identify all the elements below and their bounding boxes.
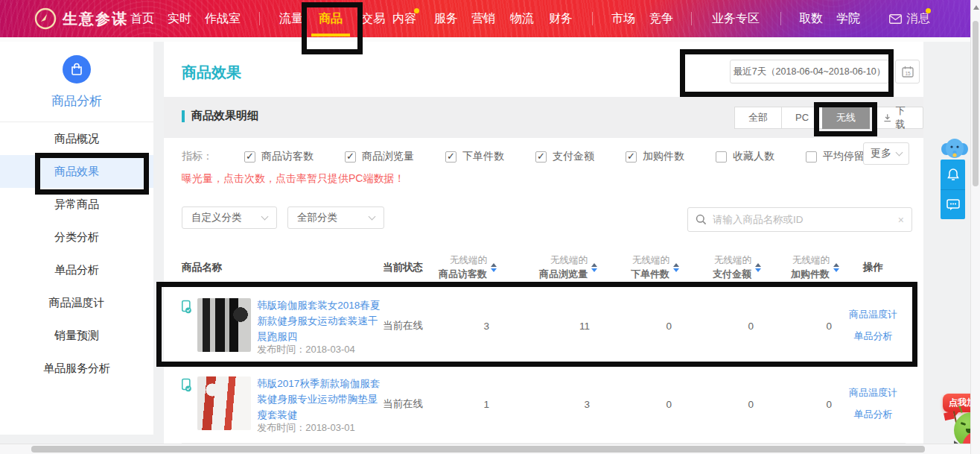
vertical-scrollbar[interactable]	[970, 0, 980, 454]
brand-title[interactable]: 生意参谋	[63, 0, 128, 37]
chat-bubble-icon	[946, 199, 960, 211]
pageviews-value: 11	[498, 321, 599, 332]
sort-control[interactable]	[673, 263, 679, 272]
metric-cart-adds[interactable]: 加购件数	[626, 150, 684, 163]
col-label: 商品访客数	[439, 268, 487, 281]
feedback-chat-button[interactable]	[941, 189, 965, 219]
custom-category-dropdown[interactable]: 自定义分类	[182, 206, 277, 229]
metric-pageviews[interactable]: 商品浏览量	[345, 150, 414, 163]
thermometer-link[interactable]: 商品温度计	[841, 382, 906, 404]
checkbox-icon[interactable]	[806, 151, 817, 163]
section-title: 商品效果明细	[191, 109, 258, 123]
scroll-up-arrow[interactable]	[973, 5, 979, 10]
calendar-button[interactable]: 15	[895, 60, 920, 83]
checkbox-icon[interactable]	[535, 151, 547, 163]
dropdown-value: 全部分类	[297, 211, 337, 224]
horizontal-scrollbar-thumb[interactable]	[31, 446, 925, 453]
product-title-link[interactable]: 韩版2017秋季新款瑜伽服套装健身服专业运动带胸垫显瘦套装健	[257, 376, 383, 423]
single-item-analysis-link[interactable]: 单品分析	[841, 404, 906, 426]
sidebar-item-category-analysis[interactable]: 分类分析	[0, 221, 153, 253]
product-title-link[interactable]: 韩版瑜伽服套装女2018春夏新款健身服女运动套装速干晨跑服四	[257, 298, 383, 345]
nav-item-finance[interactable]: 财务	[549, 0, 573, 37]
publish-date: 发布时间：2018-03-04	[257, 343, 355, 356]
messages-entry[interactable]: 消息	[889, 0, 930, 37]
nav-item-service[interactable]: 服务	[434, 0, 458, 37]
metric-orders[interactable]: 下单件数	[445, 150, 504, 163]
metric-label: 加购件数	[643, 150, 684, 163]
nav-item-data-fetch[interactable]: 取数	[799, 0, 823, 37]
checkbox-icon[interactable]	[345, 151, 356, 163]
nav-item-logistics[interactable]: 物流	[510, 0, 534, 37]
sidebar-item-product-overview[interactable]: 商品概况	[0, 122, 153, 155]
pageviews-value: 3	[498, 399, 599, 410]
payment-value: 0	[681, 399, 763, 410]
nav-item-competition[interactable]: 竞争	[649, 0, 673, 37]
horizontal-scrollbar[interactable]	[0, 444, 970, 454]
dropdown-value: 自定义分类	[191, 211, 242, 224]
sidebar-item-product-effect[interactable]: 商品效果	[0, 155, 153, 188]
nav-item-business-zone[interactable]: 业务专区	[712, 0, 760, 37]
metric-visitors[interactable]: 商品访客数	[244, 150, 314, 163]
nav-item-home[interactable]: 首页	[130, 0, 154, 37]
metric-favorites[interactable]: 收藏人数	[716, 150, 774, 163]
device-tab-wireless[interactable]: 无线	[822, 107, 870, 129]
sort-control[interactable]	[491, 263, 497, 272]
section-header-band: 商品效果明细 全部 PC 无线 下载	[164, 97, 923, 138]
nav-item-traffic[interactable]: 流量	[279, 0, 303, 37]
more-metrics-button[interactable]: 更多	[863, 142, 909, 165]
metric-label: 商品访客数	[261, 150, 314, 163]
sidebar-item-abnormal-products[interactable]: 异常商品	[0, 188, 153, 221]
sidebar-item-single-item-service[interactable]: 单品服务分析	[0, 352, 153, 385]
chevron-down-icon	[261, 213, 269, 221]
orders-value: 0	[599, 321, 681, 332]
col-prefix: 无线端的	[791, 254, 830, 267]
col-pageviews: 无线端的 商品浏览量	[498, 254, 599, 281]
sidebar-item-sales-forecast[interactable]: 销量预测	[0, 319, 153, 352]
search-input[interactable]	[713, 214, 892, 225]
page-title: 商品效果	[182, 63, 241, 83]
notifications-button[interactable]	[941, 160, 965, 189]
brand-logo-icon	[34, 7, 57, 30]
device-tab-all[interactable]: 全部	[734, 107, 782, 129]
device-tab-pc[interactable]: PC	[781, 107, 823, 129]
product-image[interactable]	[197, 298, 251, 352]
product-search-box: ×	[687, 207, 912, 232]
single-item-analysis-link[interactable]: 单品分析	[841, 326, 906, 347]
elephant-mascot	[940, 137, 970, 160]
sidebar-item-single-item-analysis[interactable]: 单品分析	[0, 253, 153, 286]
sort-control[interactable]	[833, 263, 839, 272]
sort-control[interactable]	[755, 263, 761, 272]
notification-dot	[414, 8, 419, 13]
col-prefix: 无线端的	[539, 254, 588, 267]
active-nav-underline	[311, 34, 350, 37]
sidebar: 商品分析 商品概况 商品效果 异常商品 分类分析 单品分析 商品温度计 销量预测…	[0, 42, 153, 435]
date-range-selector[interactable]: 最近7天（2018-06-04~2018-06-10）	[730, 60, 889, 83]
checkbox-icon[interactable]	[445, 151, 456, 163]
nav-item-academy[interactable]: 学院	[836, 0, 860, 37]
main-content: 商品效果 最近7天（2018-06-04~2018-06-10） 15 商品效果…	[164, 42, 923, 444]
download-icon	[883, 113, 891, 122]
col-product-name: 商品名称	[182, 261, 383, 274]
metric-payment[interactable]: 支付金额	[535, 150, 594, 163]
nav-item-market[interactable]: 市场	[611, 0, 635, 37]
checkbox-icon[interactable]	[716, 151, 727, 163]
nav-item-realtime[interactable]: 实时	[168, 0, 191, 37]
checkbox-icon[interactable]	[244, 151, 255, 163]
nav-item-marketing[interactable]: 营销	[471, 0, 495, 37]
red-flag-icon	[944, 412, 955, 420]
sidebar-item-product-thermometer[interactable]: 商品温度计	[0, 286, 153, 319]
checkbox-icon[interactable]	[626, 151, 637, 163]
pc-data-notice: 曝光量，点击次数，点击率暂只提供PC端数据！	[182, 172, 404, 186]
thermometer-link[interactable]: 商品温度计	[841, 304, 906, 326]
nav-item-product[interactable]: 商品	[319, 0, 343, 37]
nav-item-trade[interactable]: 交易	[361, 0, 385, 37]
download-button[interactable]: 下载	[874, 107, 923, 129]
vertical-scrollbar-thumb[interactable]	[973, 21, 979, 186]
clear-search-icon[interactable]: ×	[898, 214, 904, 226]
all-category-dropdown[interactable]: 全部分类	[287, 206, 384, 229]
sort-control[interactable]	[591, 263, 597, 272]
product-image[interactable]	[197, 376, 251, 430]
nav-item-content[interactable]: 内容	[392, 0, 416, 37]
nav-item-warroom[interactable]: 作战室	[205, 0, 241, 37]
col-label: 商品浏览量	[539, 268, 588, 281]
